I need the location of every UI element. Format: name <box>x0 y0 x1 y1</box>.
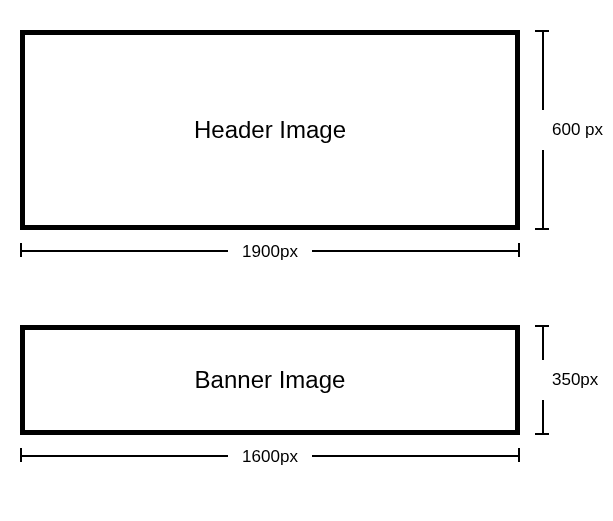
diagram-page: Header Image 1900px 600 px Banner Image … <box>0 0 613 521</box>
banner-height-label: 350px <box>552 370 598 390</box>
header-height-tick-bottom <box>535 228 549 230</box>
banner-width-line-right <box>312 455 520 457</box>
banner-width-label: 1600px <box>228 447 312 467</box>
banner-width-tick-left <box>20 448 22 462</box>
banner-width-tick-right <box>518 448 520 462</box>
header-width-line-left <box>20 250 228 252</box>
header-height-tick-top <box>535 30 549 32</box>
header-image-label: Header Image <box>194 116 346 144</box>
banner-width-line-left <box>20 455 228 457</box>
header-width-tick-right <box>518 243 520 257</box>
banner-height-line-top <box>542 325 544 360</box>
header-width-tick-left <box>20 243 22 257</box>
banner-image-label: Banner Image <box>195 366 346 394</box>
banner-image-box: Banner Image <box>20 325 520 435</box>
header-height-line-bottom <box>542 150 544 230</box>
header-height-label: 600 px <box>552 120 603 140</box>
header-height-line-top <box>542 30 544 110</box>
header-width-line-right <box>312 250 520 252</box>
banner-height-tick-top <box>535 325 549 327</box>
banner-height-line-bottom <box>542 400 544 435</box>
header-image-box: Header Image <box>20 30 520 230</box>
banner-height-tick-bottom <box>535 433 549 435</box>
header-width-label: 1900px <box>228 242 312 262</box>
